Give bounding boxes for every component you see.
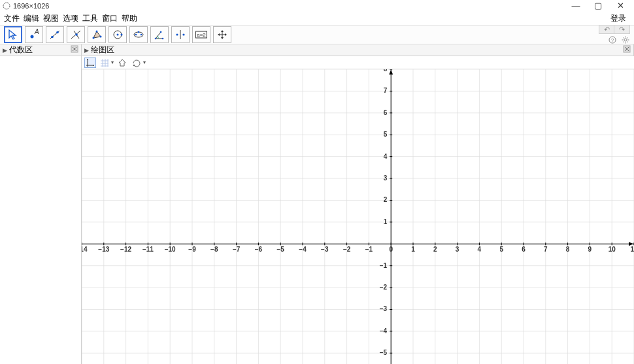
- perpendicular-tool[interactable]: [67, 26, 85, 43]
- menu-tools[interactable]: 工具: [82, 13, 98, 24]
- menu-edit[interactable]: 编辑: [24, 13, 39, 24]
- svg-text:2: 2: [433, 246, 437, 253]
- collapse-triangle-icon: ▶: [84, 47, 89, 54]
- text-tool[interactable]: a=2: [192, 26, 210, 43]
- svg-point-17: [141, 34, 142, 36]
- point-tool[interactable]: A: [25, 26, 43, 43]
- ellipse-tool[interactable]: [129, 26, 148, 43]
- svg-text:3: 3: [384, 174, 388, 182]
- svg-text:1: 1: [384, 218, 388, 225]
- svg-text:−1: −1: [380, 262, 388, 269]
- svg-text:5: 5: [499, 246, 503, 253]
- svg-point-10: [96, 31, 98, 33]
- svg-text:−2: −2: [380, 284, 388, 291]
- svg-text:−11: −11: [142, 246, 154, 253]
- menu-file[interactable]: 文件: [4, 13, 20, 24]
- line-tool[interactable]: [46, 26, 64, 43]
- svg-point-1: [31, 35, 34, 39]
- minimize-button[interactable]: —: [565, 0, 587, 12]
- point-capture-button[interactable]: [131, 58, 142, 68]
- svg-text:?: ?: [611, 37, 614, 43]
- svg-text:7: 7: [384, 87, 388, 94]
- svg-text:−8: −8: [210, 246, 218, 253]
- svg-text:−13: −13: [98, 246, 109, 253]
- svg-point-8: [75, 33, 78, 36]
- title-dimensions: 1696×1026: [13, 2, 49, 10]
- coordinate-plane: −14−13−12−11−10−9−8−7−6−5−4−3−2−10123456…: [82, 69, 634, 364]
- algebra-panel-header[interactable]: ▶ 代数区: [0, 44, 82, 56]
- graphics-panel-close-icon[interactable]: [623, 45, 631, 55]
- help-icon[interactable]: ?: [608, 35, 617, 44]
- svg-point-9: [93, 37, 95, 39]
- menu-window[interactable]: 窗口: [102, 13, 118, 24]
- svg-point-11: [100, 36, 102, 38]
- maximize-button[interactable]: ▢: [587, 0, 609, 12]
- svg-point-21: [160, 31, 162, 33]
- menu-login[interactable]: 登录: [610, 13, 626, 24]
- svg-point-4: [51, 36, 54, 39]
- graphics-view[interactable]: −14−13−12−11−10−9−8−7−6−5−4−3−2−10123456…: [82, 69, 634, 364]
- toolbar-right-controls: ↶ ↷ ?: [599, 25, 630, 44]
- move-view-tool[interactable]: [213, 26, 231, 43]
- content-area: ▾ ▾ −14−13−12−11−10−9−8−7−6−5−4−3−2−1012…: [0, 56, 634, 364]
- svg-text:2: 2: [384, 196, 388, 203]
- svg-text:−6: −6: [255, 246, 263, 253]
- menu-help[interactable]: 帮助: [122, 13, 137, 24]
- svg-text:7: 7: [544, 246, 548, 253]
- menu-options[interactable]: 选项: [63, 13, 78, 24]
- algebra-panel-title: 代数区: [9, 44, 33, 56]
- svg-text:−12: −12: [120, 246, 131, 253]
- svg-text:−3: −3: [380, 305, 388, 312]
- redo-button[interactable]: ↷: [614, 25, 630, 34]
- svg-point-20: [162, 38, 164, 40]
- undo-button[interactable]: ↶: [599, 25, 614, 34]
- svg-text:4: 4: [384, 153, 388, 160]
- svg-line-38: [623, 41, 624, 42]
- gear-icon[interactable]: [621, 35, 630, 44]
- svg-point-23: [176, 33, 178, 35]
- title-bar: 1696×1026 — ▢ ✕: [0, 0, 634, 12]
- svg-text:0: 0: [389, 246, 393, 253]
- reflect-tool[interactable]: [171, 26, 190, 43]
- graphics-panel-header[interactable]: ▶ 绘图区: [82, 44, 634, 56]
- svg-text:10: 10: [609, 246, 616, 253]
- move-tool[interactable]: [4, 26, 22, 43]
- svg-point-19: [155, 38, 157, 40]
- svg-point-13: [117, 34, 119, 36]
- polygon-tool[interactable]: [88, 26, 106, 43]
- toggle-axes-button[interactable]: [84, 58, 96, 68]
- svg-text:−7: −7: [233, 246, 241, 253]
- svg-text:8: 8: [566, 246, 570, 253]
- panel-header-row: ▶ 代数区 ▶ 绘图区: [0, 44, 634, 56]
- svg-text:4: 4: [478, 246, 482, 253]
- svg-line-36: [623, 37, 624, 38]
- menu-view[interactable]: 视图: [43, 13, 59, 24]
- circle-tool[interactable]: [108, 26, 127, 43]
- svg-text:−5: −5: [276, 246, 284, 253]
- svg-text:3: 3: [456, 246, 459, 253]
- algebra-view[interactable]: [0, 56, 82, 364]
- chevron-down-icon[interactable]: ▾: [143, 59, 146, 65]
- svg-text:−9: −9: [188, 246, 196, 253]
- svg-text:−2: −2: [343, 246, 351, 253]
- algebra-panel-close-icon[interactable]: [71, 45, 78, 55]
- svg-text:−14: −14: [82, 246, 88, 253]
- svg-text:6: 6: [522, 246, 526, 253]
- chevron-down-icon[interactable]: ▾: [111, 59, 114, 65]
- svg-text:A: A: [34, 29, 39, 35]
- svg-text:−1: −1: [365, 246, 373, 253]
- svg-point-54: [133, 64, 135, 66]
- graphics-wrapper: ▾ ▾ −14−13−12−11−10−9−8−7−6−5−4−3−2−1012…: [82, 56, 634, 364]
- svg-point-14: [121, 34, 123, 36]
- collapse-triangle-icon: ▶: [3, 47, 7, 54]
- home-view-button[interactable]: [116, 58, 128, 68]
- close-button[interactable]: ✕: [609, 0, 631, 12]
- angle-tool[interactable]: [150, 26, 169, 43]
- svg-text:−4: −4: [380, 327, 388, 335]
- svg-text:5: 5: [384, 131, 388, 138]
- svg-text:6: 6: [384, 109, 388, 116]
- svg-text:9: 9: [588, 246, 592, 253]
- svg-point-18: [138, 31, 140, 33]
- menu-bar: 文件 编辑 视图 选项 工具 窗口 帮助 登录: [0, 12, 634, 25]
- toggle-grid-button[interactable]: [99, 58, 110, 68]
